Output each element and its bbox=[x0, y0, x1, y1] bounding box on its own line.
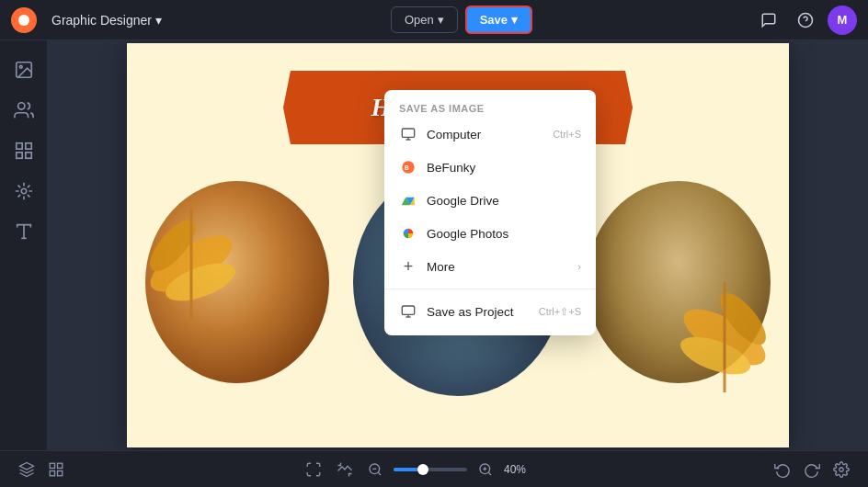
svg-point-4 bbox=[19, 65, 22, 68]
svg-rect-6 bbox=[16, 143, 21, 149]
open-chevron: ▾ bbox=[438, 13, 444, 27]
app-title-label: Graphic Designer bbox=[51, 13, 152, 28]
computer-icon bbox=[399, 125, 417, 143]
main-content: Have a Happy T Sending our blessings thi… bbox=[0, 40, 868, 450]
more-icon: + bbox=[399, 257, 417, 276]
svg-rect-36 bbox=[58, 463, 63, 468]
svg-rect-35 bbox=[50, 463, 54, 468]
befunky-icon: B bbox=[399, 158, 417, 176]
fit-screen-button[interactable] bbox=[302, 458, 326, 481]
topbar: Graphic Designer ▾ Open ▾ Save ▾ M bbox=[0, 0, 868, 40]
left-sidebar bbox=[0, 40, 48, 450]
bottombar-center: 40% bbox=[302, 458, 537, 481]
google-drive-icon bbox=[399, 191, 417, 210]
app-logo[interactable] bbox=[11, 7, 37, 33]
computer-shortcut: Ctrl+S bbox=[553, 129, 581, 140]
save-project-label: Save as Project bbox=[427, 305, 530, 319]
open-button[interactable]: Open ▾ bbox=[391, 6, 458, 33]
topbar-center: Open ▾ Save ▾ bbox=[391, 6, 532, 34]
svg-rect-9 bbox=[16, 153, 21, 158]
zoom-out-button[interactable] bbox=[364, 459, 386, 481]
layers-button[interactable] bbox=[15, 458, 39, 481]
comment-button[interactable] bbox=[754, 6, 783, 35]
svg-line-43 bbox=[488, 472, 491, 475]
svg-line-40 bbox=[378, 472, 381, 475]
open-label: Open bbox=[405, 13, 434, 27]
save-button[interactable]: Save ▾ bbox=[465, 6, 532, 34]
help-button[interactable] bbox=[791, 6, 820, 35]
leaves-left-decoration bbox=[136, 190, 246, 337]
avatar-button[interactable]: M bbox=[828, 6, 857, 35]
dropdown-item-save-project[interactable]: Save as Project Ctrl+⇧+S bbox=[384, 295, 596, 328]
svg-point-46 bbox=[839, 467, 844, 471]
save-dropdown-menu: Save as Image Computer Ctrl+S B BeFunky … bbox=[384, 90, 596, 335]
crop-button[interactable] bbox=[333, 458, 357, 481]
more-arrow: › bbox=[577, 261, 581, 272]
sidebar-templates-icon[interactable] bbox=[6, 132, 42, 169]
svg-text:B: B bbox=[405, 164, 409, 171]
svg-point-10 bbox=[21, 188, 27, 194]
more-label: More bbox=[427, 260, 568, 274]
sidebar-elements-icon[interactable] bbox=[6, 173, 42, 210]
dropdown-divider bbox=[384, 289, 596, 289]
svg-rect-38 bbox=[50, 470, 54, 475]
svg-point-0 bbox=[18, 15, 29, 26]
svg-marker-34 bbox=[20, 462, 34, 470]
avatar-letter: M bbox=[838, 13, 848, 27]
google-drive-label: Google Drive bbox=[427, 194, 581, 208]
app-title-chevron: ▾ bbox=[155, 13, 162, 28]
topbar-left: Graphic Designer ▾ bbox=[11, 7, 169, 33]
svg-rect-7 bbox=[25, 143, 30, 149]
leaves-right-decoration bbox=[669, 264, 780, 411]
app-title-button[interactable]: Graphic Designer ▾ bbox=[44, 9, 169, 31]
sidebar-people-icon[interactable] bbox=[6, 92, 42, 129]
svg-rect-21 bbox=[402, 129, 414, 137]
zoom-in-button[interactable] bbox=[474, 459, 497, 481]
redo-button[interactable] bbox=[800, 458, 824, 481]
zoom-percent-label: 40% bbox=[504, 463, 537, 476]
dropdown-item-more[interactable]: + More › bbox=[384, 250, 596, 283]
bottombar: 40% bbox=[0, 450, 868, 487]
zoom-slider[interactable] bbox=[394, 468, 467, 471]
dropdown-section-title: Save as Image bbox=[384, 97, 596, 118]
dropdown-item-computer[interactable]: Computer Ctrl+S bbox=[384, 118, 596, 151]
sidebar-photos-icon[interactable] bbox=[6, 51, 42, 88]
dropdown-item-google-photos[interactable]: Google Photos bbox=[384, 217, 596, 250]
save-project-shortcut: Ctrl+⇧+S bbox=[539, 306, 581, 318]
svg-point-5 bbox=[17, 103, 24, 109]
computer-label: Computer bbox=[427, 128, 543, 142]
save-chevron: ▾ bbox=[511, 13, 518, 27]
canvas-area: Have a Happy T Sending our blessings thi… bbox=[48, 40, 868, 450]
dropdown-item-google-drive[interactable]: Google Drive bbox=[384, 184, 596, 217]
topbar-right: M bbox=[754, 6, 857, 35]
dropdown-item-befunky[interactable]: B BeFunky bbox=[384, 151, 596, 184]
settings-button[interactable] bbox=[829, 458, 853, 481]
svg-rect-31 bbox=[402, 306, 414, 314]
svg-rect-8 bbox=[25, 153, 30, 158]
google-photos-icon bbox=[399, 224, 417, 243]
undo-button[interactable] bbox=[771, 458, 794, 481]
google-photos-label: Google Photos bbox=[427, 227, 581, 241]
sidebar-text-icon[interactable] bbox=[6, 213, 42, 250]
bottombar-left bbox=[15, 458, 68, 481]
befunky-label: BeFunky bbox=[427, 161, 581, 175]
svg-rect-37 bbox=[58, 470, 63, 475]
grid-button[interactable] bbox=[44, 458, 68, 481]
save-project-icon bbox=[399, 302, 417, 321]
bottombar-right bbox=[771, 458, 853, 481]
save-label: Save bbox=[480, 13, 508, 27]
